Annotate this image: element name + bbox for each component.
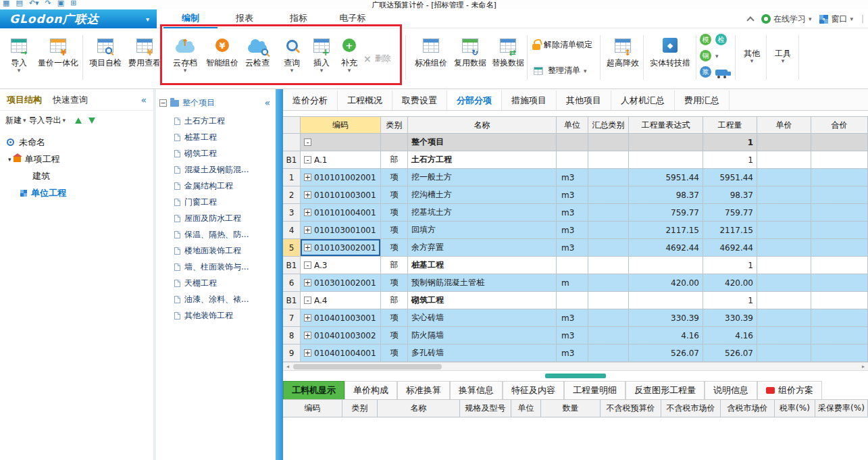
summary-category-cell[interactable] (588, 292, 629, 309)
row-number-cell[interactable]: 5 (283, 239, 301, 257)
bottom-column-header[interactable]: 不含税预算价 (601, 400, 661, 417)
summary-category-cell[interactable] (588, 274, 629, 292)
total-price-cell[interactable] (811, 186, 868, 204)
summary-category-cell[interactable] (588, 186, 629, 204)
sidebar-tab[interactable]: 快速查询 (53, 94, 88, 106)
name-cell[interactable]: 挖一般土方 (408, 169, 557, 186)
collapse-ribbon-icon[interactable] (746, 16, 754, 24)
code-cell[interactable]: + 010101003001 (301, 186, 381, 204)
row-number-cell[interactable]: 2 (283, 186, 301, 204)
unit-price-cell[interactable] (757, 274, 811, 292)
column-header-total[interactable]: 合价 (811, 117, 868, 134)
name-cell[interactable]: 防火隔墙 (408, 327, 557, 344)
total-price-cell[interactable] (811, 327, 868, 344)
total-price-cell[interactable] (811, 204, 868, 222)
reuse-data-button[interactable]: ↻ 复用数据 (451, 32, 489, 68)
quantity-cell[interactable]: 98.37 (703, 186, 757, 204)
catalog-item[interactable]: 油漆、涂料、裱... (155, 291, 276, 307)
category-cell[interactable]: 项 (381, 204, 408, 222)
quantity-cell[interactable]: 4.16 (703, 327, 757, 344)
bottom-column-header[interactable]: 单位 (511, 400, 541, 417)
name-cell[interactable]: 挖基坑土方 (408, 204, 557, 222)
unit-price-cell[interactable] (757, 257, 811, 274)
main-tab[interactable]: 造价分析 (283, 91, 338, 110)
bottom-column-header[interactable]: 编码 (283, 400, 342, 417)
window-menu-button[interactable]: 窗口 (819, 14, 853, 25)
summary-category-cell[interactable] (588, 151, 629, 169)
category-cell[interactable]: 项 (381, 222, 408, 239)
move-down-button[interactable] (88, 118, 95, 124)
code-cell[interactable]: - A.1 (301, 151, 381, 169)
unit-price-cell[interactable] (757, 169, 811, 186)
code-cell[interactable]: - A.3 (301, 257, 381, 274)
unit-cell[interactable] (557, 151, 588, 169)
qty-expression-cell[interactable]: 759.77 (629, 204, 703, 222)
collapse-catalog-button[interactable] (264, 97, 270, 108)
ribbon-tab[interactable]: 指标 (272, 9, 326, 28)
badge-jian-button[interactable]: 检 (715, 34, 727, 45)
new-button[interactable]: 新建 (5, 115, 26, 126)
total-price-cell[interactable] (811, 257, 868, 274)
summary-category-cell[interactable] (588, 222, 629, 239)
total-price-cell[interactable] (811, 344, 868, 362)
row-number-cell[interactable]: 4 (283, 222, 301, 239)
import-export-button[interactable]: 导入导出 (29, 115, 66, 126)
name-cell[interactable]: 实心砖墙 (408, 309, 557, 327)
name-cell[interactable]: 整个项目 (408, 134, 557, 151)
import-button[interactable]: → 导入 (4, 32, 34, 73)
row-number-cell[interactable]: 7 (283, 309, 301, 327)
badge-gang-button[interactable]: 钢 (700, 50, 711, 61)
bottom-column-header[interactable]: 税率(%) (775, 400, 815, 417)
name-cell[interactable]: 多孔砖墙 (408, 344, 557, 362)
unit-cell[interactable]: m3 (557, 222, 588, 239)
bottom-column-header[interactable]: 含税市场价 (721, 400, 775, 417)
category-cell[interactable]: 项 (381, 309, 408, 327)
expand-toggle-icon[interactable]: + (304, 226, 311, 234)
category-cell[interactable] (381, 134, 408, 151)
table-row[interactable]: 3 + 010101004001 项 挖基坑土方 m3 759.77 759.7… (283, 204, 868, 222)
table-row[interactable]: - 整个项目 1 (283, 134, 868, 151)
high-reduce-button[interactable]: ↕ 超高降效 (604, 32, 642, 68)
bottom-column-header[interactable]: 规格及型号 (460, 400, 511, 417)
bottom-column-header[interactable]: 数量 (541, 400, 601, 417)
move-up-button[interactable] (75, 118, 82, 124)
table-row[interactable]: 2 + 010101003001 项 挖沟槽土方 m3 98.37 98.37 (283, 186, 868, 204)
horizontal-scrollbar[interactable]: ◂ ▸ (283, 362, 868, 371)
expand-toggle-icon[interactable]: - (304, 138, 311, 146)
scroll-right-icon[interactable]: ▸ (859, 363, 868, 370)
quantity-cell[interactable]: 1 (703, 134, 757, 151)
total-price-cell[interactable] (811, 151, 868, 169)
unit-cell[interactable]: m3 (557, 327, 588, 344)
main-tab[interactable]: 取费设置 (392, 91, 447, 110)
unit-price-cell[interactable] (757, 344, 811, 362)
collapse-minus-icon[interactable] (159, 99, 167, 107)
catalog-root-item[interactable]: 整个项目 (155, 89, 276, 113)
query-button[interactable]: 查询 (277, 32, 307, 73)
total-price-cell[interactable] (811, 169, 868, 186)
unit-price-cell[interactable] (757, 327, 811, 344)
row-number-cell[interactable]: 9 (283, 344, 301, 362)
unit-price-cell[interactable] (757, 292, 811, 309)
quantity-cell[interactable]: 1 (703, 292, 757, 309)
bottom-tab[interactable]: 特征及内容 (503, 381, 564, 399)
supplement-button[interactable]: 补充 (336, 32, 362, 73)
qty-price-button[interactable]: ¥ 量价一体化 (35, 32, 81, 68)
bottom-tab[interactable]: 说明信息 (705, 381, 757, 399)
category-cell[interactable]: 项 (381, 186, 408, 204)
table-row[interactable]: B1 - A.3 部 桩基工程 1 (283, 257, 868, 274)
app-logo[interactable]: GLodon广联达 ▾ (0, 9, 157, 28)
panel-resize-grip[interactable] (545, 374, 606, 378)
summary-category-cell[interactable] (588, 344, 629, 362)
column-header-category[interactable]: 类别 (381, 117, 408, 134)
name-cell[interactable]: 土石方工程 (408, 151, 557, 169)
code-cell[interactable]: - (301, 134, 381, 151)
table-row[interactable]: B1 - A.1 部 土石方工程 1 (283, 151, 868, 169)
qty-expression-cell[interactable]: 330.39 (629, 309, 703, 327)
summary-category-cell[interactable] (588, 169, 629, 186)
category-cell[interactable]: 部 (381, 151, 408, 169)
row-number-cell[interactable]: B1 (283, 151, 301, 169)
quantity-cell[interactable]: 4692.44 (703, 239, 757, 257)
summary-category-cell[interactable] (588, 239, 629, 257)
row-number-cell[interactable]: B1 (283, 257, 301, 274)
column-header-code[interactable]: 编码 (301, 117, 381, 134)
